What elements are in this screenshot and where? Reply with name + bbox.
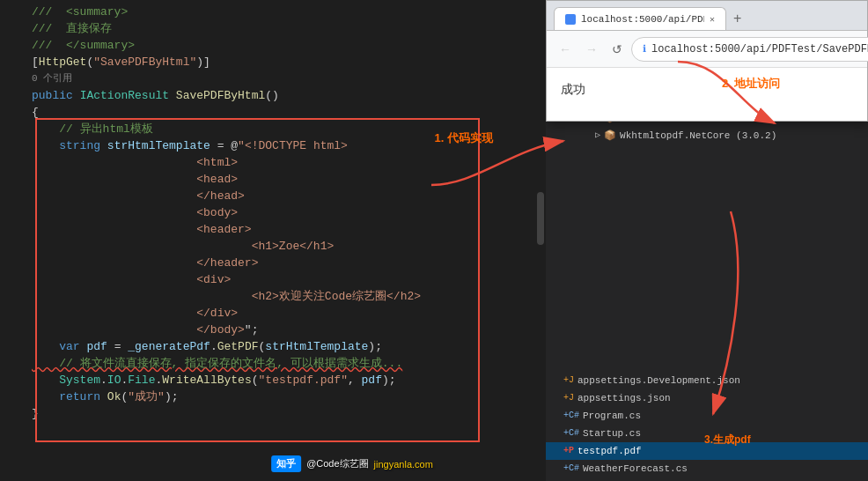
tree-item-appsettings-dev[interactable]: +J appsettings.Development.json — [546, 372, 868, 389]
code-line: <h2>欢迎关注Code综艺圈</h2> — [0, 288, 546, 305]
code-line: public IActionResult SavePDFByHtml() — [0, 87, 546, 104]
browser-tab[interactable]: localhost:5000/api/PDFTest/S... ✕ — [554, 7, 726, 30]
tree-label: appsettings.Development.json — [577, 373, 740, 388]
code-line: </body>"; — [0, 322, 546, 338]
tab-close-button[interactable]: ✕ — [710, 14, 715, 25]
scrollbar-thumb — [537, 192, 544, 245]
tree-item-weatherforecast[interactable]: +C# WeatherForecast.cs — [546, 460, 868, 477]
tree-item-pkg2[interactable]: ▷ 📦 Wkhtmltopdf.NetCore (3.0.2) — [546, 127, 868, 144]
code-line: /// 直接保存 — [0, 20, 546, 37]
code-line: </header> — [0, 255, 546, 271]
back-button[interactable]: ← — [554, 39, 577, 60]
code-area: /// <summary> /// 直接保存 /// </summary> [H… — [0, 0, 546, 481]
code-line: <body> — [0, 204, 546, 221]
watermark: 知乎 @Code综艺圈 jingyanla.com — [271, 455, 433, 472]
tree-item-startup[interactable]: +C# Startup.cs — [546, 425, 868, 442]
code-line: } — [0, 405, 546, 422]
main-container: /// <summary> /// 直接保存 /// </summary> [H… — [0, 0, 868, 481]
code-line: /// </summary> — [0, 37, 546, 54]
code-line: string strHtmlTemplate = @"<!DOCTYPE htm… — [0, 137, 546, 154]
code-line: return Ok("成功"); — [0, 388, 546, 405]
tab-favicon — [565, 14, 576, 25]
tree-label: appsettings.json — [577, 390, 671, 406]
code-line: [HttpGet("SavePDFByHtml")] — [0, 54, 546, 70]
success-text: 成功 — [561, 83, 585, 97]
url-text: localhost:5000/api/PDFTest/SavePDFByHtml — [651, 43, 868, 56]
right-section: ▷ 🏠 MvcFilterDemo ▼ + PDFDemo ⚙ Connecte… — [546, 0, 868, 481]
watermark-handle: @Code综艺圈 — [306, 457, 368, 470]
code-line: </head> — [0, 188, 546, 204]
tab-label: localhost:5000/api/PDFTest/S... — [581, 14, 704, 25]
browser-tabs: localhost:5000/api/PDFTest/S... ✕ + — [547, 1, 867, 31]
tree-label: Wkhtmltopdf.NetCore (3.0.2) — [620, 128, 776, 144]
editor-scrollbar[interactable] — [533, 0, 546, 481]
watermark-site: jingyanla.com — [374, 459, 433, 470]
forward-button[interactable]: → — [580, 39, 603, 60]
address-bar[interactable]: ℹ localhost:5000/api/PDFTest/SavePDFByHt… — [631, 37, 868, 62]
tree-label: Startup.cs — [583, 426, 641, 441]
code-line: <head> — [0, 171, 546, 188]
browser-window: localhost:5000/api/PDFTest/S... ✕ + ← → … — [546, 0, 868, 122]
tree-item-testpdf[interactable]: +P testpdf.pdf — [546, 442, 868, 460]
tree-label: testpdf.pdf — [577, 443, 642, 459]
code-line: { — [0, 104, 546, 121]
lock-icon: ℹ — [643, 43, 646, 55]
editor-panel: /// <summary> /// 直接保存 /// </summary> [H… — [0, 0, 546, 481]
code-line: <div> — [0, 271, 546, 288]
reload-button[interactable]: ↺ — [607, 39, 628, 60]
code-line: // 异出html模板 — [0, 121, 546, 137]
code-line: <h1>Zoe</h1> — [0, 238, 546, 255]
code-line: </div> — [0, 305, 546, 322]
tree-item-appsettings[interactable]: +J appsettings.json — [546, 389, 868, 407]
watermark-zhihu-badge: 知乎 — [271, 455, 301, 472]
code-line: /// <summary> — [0, 4, 546, 20]
tree-label: Program.cs — [583, 408, 641, 424]
code-line: var pdf = _generatePdf.GetPDF(strHtmlTem… — [0, 338, 546, 355]
code-line: 0 个引用 — [0, 70, 546, 87]
tree-item-program[interactable]: +C# Program.cs — [546, 407, 868, 425]
browser-content: 成功 — [547, 68, 867, 121]
browser-nav: ← → ↺ ℹ localhost:5000/api/PDFTest/SaveP… — [547, 31, 867, 68]
code-line: <header> — [0, 221, 546, 238]
bottom-files: +J appsettings.Development.json +J appse… — [546, 368, 868, 481]
code-line: System.IO.File.WriteAllBytes("testpdf.pd… — [0, 372, 546, 388]
tree-label: WeatherForecast.cs — [583, 461, 688, 477]
code-line: <html> — [0, 154, 546, 171]
code-line: // 将文件流直接保存, 指定保存的文件名, 可以根据需求生成... — [0, 355, 546, 372]
new-tab-button[interactable]: + — [726, 7, 748, 30]
